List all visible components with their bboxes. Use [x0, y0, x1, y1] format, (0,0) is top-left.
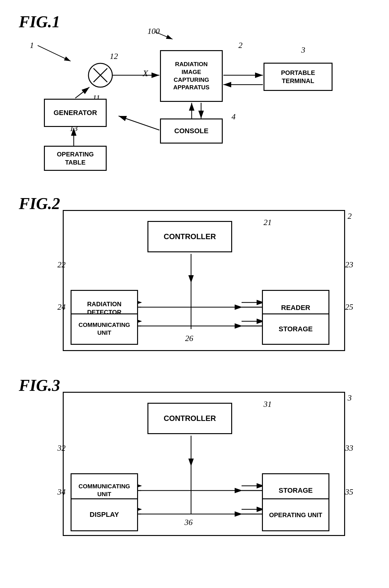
fig3-operating-unit-box: OPERATING UNIT — [262, 498, 329, 531]
generator-box: GENERATOR — [44, 99, 107, 127]
fig2-communicating-unit-box: COMMUNICATING UNIT — [71, 313, 138, 345]
fig2-controller-box: CONTROLLER — [147, 221, 232, 252]
fig2: FIG.2 2 21 22 23 24 25 26 — [13, 191, 376, 360]
operating-table-box: OPERATING TABLE — [44, 146, 107, 171]
fig3-controller-box: CONTROLLER — [147, 403, 232, 434]
portable-terminal-box: PORTABLE TERMINAL — [264, 63, 333, 91]
fig3-display-box: DISPLAY — [71, 498, 138, 531]
svg-line-5 — [155, 32, 173, 39]
svg-line-4 — [38, 45, 71, 61]
radiation-apparatus-box: RADIATION IMAGE CAPTURING APPARATUS — [160, 50, 223, 102]
fig1: FIG.1 1 100 2 3 4 11 12 13 X — [13, 9, 376, 179]
console-box: CONSOLE — [160, 118, 223, 144]
svg-line-14 — [119, 116, 159, 130]
fig2-storage-box: STORAGE — [262, 313, 329, 345]
fig3: FIG.3 3 31 32 33 34 35 36 — [13, 373, 376, 549]
svg-line-15 — [75, 87, 89, 98]
